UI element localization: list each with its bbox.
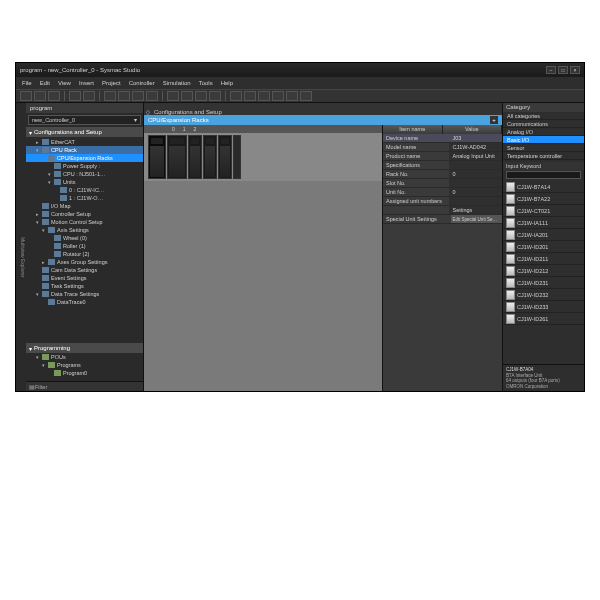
- tool-button[interactable]: [230, 91, 242, 101]
- section-config[interactable]: ▾Configurations and Setup: [26, 127, 143, 137]
- tool-button[interactable]: [181, 91, 193, 101]
- menu-view[interactable]: View: [58, 80, 71, 86]
- tree-item[interactable]: Power Supply :: [26, 162, 143, 170]
- tree-item[interactable]: 1 : CJ1W-O…: [26, 194, 143, 202]
- unit-slot-1[interactable]: [203, 135, 217, 179]
- part-item[interactable]: CJ1W-B7A22: [503, 193, 584, 205]
- tool-button[interactable]: [118, 91, 130, 101]
- part-item[interactable]: CJ1W-CT021: [503, 205, 584, 217]
- tree-item[interactable]: Task Settings: [26, 282, 143, 290]
- property-row[interactable]: Slot No.: [383, 179, 502, 188]
- tool-button[interactable]: [69, 91, 81, 101]
- tool-button[interactable]: [48, 91, 60, 101]
- sub-tab: CPU/Expansion Racks +: [144, 115, 502, 125]
- menu-simulation[interactable]: Simulation: [163, 80, 191, 86]
- tool-button[interactable]: [244, 91, 256, 101]
- tree-item[interactable]: ▸EtherCAT: [26, 138, 143, 146]
- property-row[interactable]: Model nameCJ1W-AD042: [383, 143, 502, 152]
- tree-item[interactable]: 0 : CJ1W-IC…: [26, 186, 143, 194]
- controller-combo[interactable]: new_Controller_0 ▾: [28, 115, 141, 125]
- tree-item[interactable]: ▾Programs: [26, 361, 143, 369]
- tree-item[interactable]: ▾Units: [26, 178, 143, 186]
- menu-insert[interactable]: Insert: [79, 80, 94, 86]
- tree-item[interactable]: ▸Controller Setup: [26, 210, 143, 218]
- part-item[interactable]: CJ1W-ID233: [503, 301, 584, 313]
- section-programming[interactable]: ▾Programming: [26, 343, 143, 353]
- maximize-button[interactable]: □: [558, 66, 568, 74]
- tree-item[interactable]: CPU/Expansion Racks: [26, 154, 143, 162]
- property-row[interactable]: Specifications: [383, 161, 502, 170]
- power-supply-slot[interactable]: [148, 135, 166, 179]
- unit-slot-2[interactable]: [218, 135, 232, 179]
- menu-controller[interactable]: Controller: [129, 80, 155, 86]
- property-row[interactable]: Rack No.0: [383, 170, 502, 179]
- rack-view[interactable]: 0 1 2: [144, 125, 382, 391]
- tree-item[interactable]: Event Settings: [26, 274, 143, 282]
- menu-edit[interactable]: Edit: [40, 80, 50, 86]
- tree-item[interactable]: DataTrace0: [26, 298, 143, 306]
- category-item[interactable]: Communications: [503, 120, 584, 128]
- property-row[interactable]: Special Unit SettingsEdit Special Unit S…: [383, 215, 502, 224]
- property-row[interactable]: Device nameJ03: [383, 134, 502, 143]
- search-input[interactable]: [506, 171, 581, 179]
- unit-slot-0[interactable]: [188, 135, 202, 179]
- part-description: CJ1W-B7A04 B7A Interface Unit 64 outputs…: [503, 364, 584, 391]
- property-row[interactable]: Settings: [383, 206, 502, 215]
- tool-button[interactable]: [146, 91, 158, 101]
- tool-button[interactable]: [272, 91, 284, 101]
- tool-button[interactable]: [195, 91, 207, 101]
- menu-file[interactable]: File: [22, 80, 32, 86]
- tool-button[interactable]: [83, 91, 95, 101]
- tool-button[interactable]: [132, 91, 144, 101]
- part-item[interactable]: CJ1W-B7A14: [503, 181, 584, 193]
- tool-button[interactable]: [286, 91, 298, 101]
- tool-button[interactable]: [209, 91, 221, 101]
- menu-help[interactable]: Help: [221, 80, 233, 86]
- part-item[interactable]: CJ1W-ID201: [503, 241, 584, 253]
- menu-project[interactable]: Project: [102, 80, 121, 86]
- sub-tab-label[interactable]: CPU/Expansion Racks: [148, 117, 209, 123]
- tree-item[interactable]: Rotator (2): [26, 250, 143, 258]
- tool-button[interactable]: [34, 91, 46, 101]
- tool-button[interactable]: [167, 91, 179, 101]
- filter-row[interactable]: ▤ Filter: [26, 381, 143, 391]
- end-cover[interactable]: [233, 135, 241, 179]
- tool-button[interactable]: [300, 91, 312, 101]
- part-item[interactable]: CJ1W-IA111: [503, 217, 584, 229]
- menu-tools[interactable]: Tools: [199, 80, 213, 86]
- tree-item[interactable]: ▾Axis Settings: [26, 226, 143, 234]
- tool-button[interactable]: [20, 91, 32, 101]
- tree-item[interactable]: ▾Data Trace Settings: [26, 290, 143, 298]
- add-tab-button[interactable]: +: [490, 116, 498, 124]
- category-item[interactable]: Sensor: [503, 144, 584, 152]
- tree-item[interactable]: ▸Axes Group Settings: [26, 258, 143, 266]
- minimize-button[interactable]: –: [546, 66, 556, 74]
- part-item[interactable]: CJ1W-ID261: [503, 313, 584, 325]
- part-item[interactable]: CJ1W-ID232: [503, 289, 584, 301]
- tree-item[interactable]: I/O Map: [26, 202, 143, 210]
- cpu-slot[interactable]: [167, 135, 187, 179]
- part-item[interactable]: CJ1W-ID212: [503, 265, 584, 277]
- property-row[interactable]: Unit No.0: [383, 188, 502, 197]
- multiview-explorer-tab[interactable]: Multiview Explorer: [16, 103, 26, 391]
- tree-item[interactable]: ▾POUs: [26, 353, 143, 361]
- tree-item[interactable]: Program0: [26, 369, 143, 377]
- tool-button[interactable]: [104, 91, 116, 101]
- part-item[interactable]: CJ1W-ID211: [503, 253, 584, 265]
- tree-item[interactable]: ▾Motion Control Setup: [26, 218, 143, 226]
- category-item[interactable]: Analog I/O: [503, 128, 584, 136]
- property-row[interactable]: Assigned unit numbers: [383, 197, 502, 206]
- close-button[interactable]: ×: [570, 66, 580, 74]
- part-item[interactable]: CJ1W-ID231: [503, 277, 584, 289]
- part-item[interactable]: CJ1W-IA201: [503, 229, 584, 241]
- category-item[interactable]: Temperature controller: [503, 152, 584, 160]
- tree-item[interactable]: Wheel (0): [26, 234, 143, 242]
- category-item[interactable]: All categories: [503, 112, 584, 120]
- category-item[interactable]: Basic I/O: [503, 136, 584, 144]
- tree-item[interactable]: ▾CPU : NJ501-1…: [26, 170, 143, 178]
- tree-item[interactable]: Roller (1): [26, 242, 143, 250]
- tree-item[interactable]: Cam Data Settings: [26, 266, 143, 274]
- tree-item[interactable]: ▾CPU Rack: [26, 146, 143, 154]
- tool-button[interactable]: [258, 91, 270, 101]
- property-row[interactable]: Product nameAnalog Input Unit 4…: [383, 152, 502, 161]
